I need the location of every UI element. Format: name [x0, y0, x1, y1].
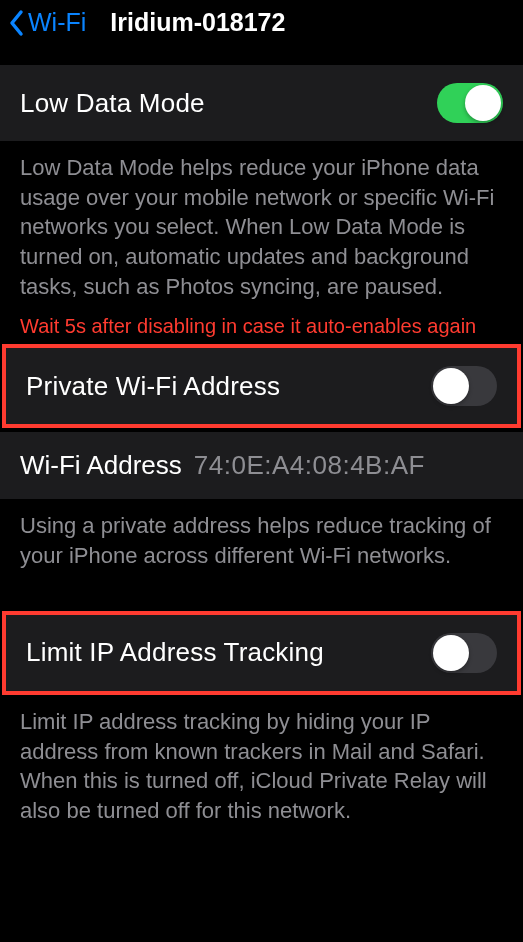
private-wifi-highlight: Private Wi-Fi Address — [2, 344, 521, 428]
limit-ip-tracking-highlight: Limit IP Address Tracking — [2, 611, 521, 695]
low-data-mode-row: Low Data Mode — [0, 65, 523, 141]
private-wifi-address-toggle[interactable] — [431, 366, 497, 406]
page-title: Iridium-018172 — [110, 8, 285, 37]
toggle-knob — [433, 368, 469, 404]
private-wifi-address-label: Private Wi-Fi Address — [26, 371, 280, 402]
low-data-mode-toggle[interactable] — [437, 83, 503, 123]
chevron-left-icon — [8, 9, 24, 37]
navigation-bar: Wi-Fi Iridium-018172 — [0, 0, 523, 47]
private-wifi-address-row: Private Wi-Fi Address — [6, 348, 517, 424]
limit-ip-tracking-label: Limit IP Address Tracking — [26, 637, 324, 668]
wifi-address-row: Wi-Fi Address 74:0E:A4:08:4B:AF — [0, 432, 523, 499]
back-button[interactable]: Wi-Fi — [8, 8, 86, 37]
limit-ip-tracking-row: Limit IP Address Tracking — [6, 615, 517, 691]
low-data-mode-label: Low Data Mode — [20, 88, 205, 119]
annotation-private-wifi: Wait 5s after disabling in case it auto-… — [0, 315, 523, 344]
wifi-address-label: Wi-Fi Address — [20, 450, 182, 481]
toggle-knob — [465, 85, 501, 121]
back-label: Wi-Fi — [28, 8, 86, 37]
wifi-address-value: 74:0E:A4:08:4B:AF — [194, 450, 425, 481]
limit-ip-tracking-description: Limit IP address tracking by hiding your… — [0, 695, 523, 840]
low-data-mode-description: Low Data Mode helps reduce your iPhone d… — [0, 141, 523, 315]
limit-ip-tracking-toggle[interactable] — [431, 633, 497, 673]
private-wifi-description: Using a private address helps reduce tra… — [0, 499, 523, 610]
toggle-knob — [433, 635, 469, 671]
